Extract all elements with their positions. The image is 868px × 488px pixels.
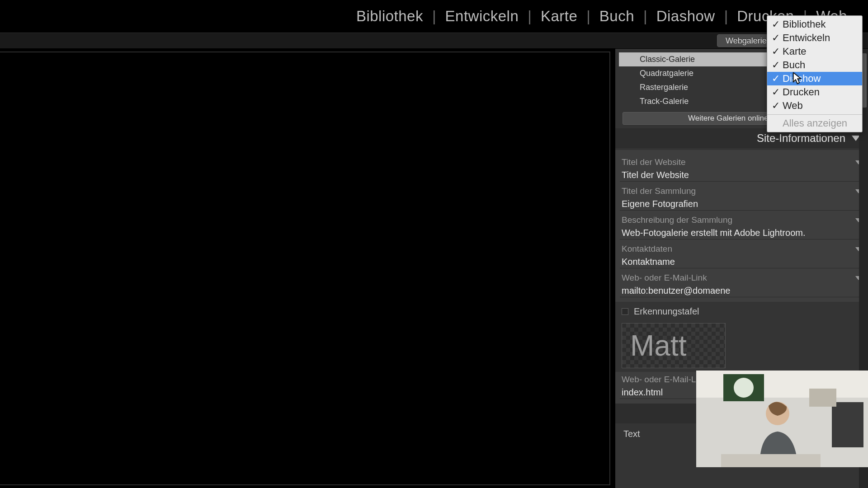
module-visibility-menu: ✓Bibliothek ✓Entwickeln ✓Karte ✓Buch ✓Di… <box>767 15 863 132</box>
check-icon: ✓ <box>772 19 779 30</box>
svg-rect-4 <box>832 402 863 447</box>
menu-item-entwickeln[interactable]: ✓Entwickeln <box>767 31 862 45</box>
section-site-info-title: Site-Informationen <box>757 132 845 145</box>
palette-text-label: Text <box>623 429 640 439</box>
svg-point-3 <box>734 378 754 398</box>
check-icon: ✓ <box>772 59 779 71</box>
link-field[interactable]: mailto:benutzer@domaene <box>620 285 863 297</box>
module-bar: Bibliothek| Entwickeln| Karte| Buch| Dia… <box>0 0 868 33</box>
preview-canvas <box>0 52 610 485</box>
module-entwickeln[interactable]: Entwickeln <box>443 8 522 25</box>
check-icon: ✓ <box>772 100 779 112</box>
module-karte[interactable]: Karte <box>538 8 580 25</box>
collection-desc-label: Beschreibung der Sammlung <box>622 215 732 225</box>
check-icon: ✓ <box>772 32 779 44</box>
menu-item-bibliothek[interactable]: ✓Bibliothek <box>767 18 862 31</box>
menu-item-buch[interactable]: ✓Buch <box>767 58 862 72</box>
menu-divider <box>767 114 862 115</box>
contact-field[interactable]: Kontaktname <box>620 256 863 268</box>
identity-plate-preview[interactable]: Matt <box>622 323 726 368</box>
identity-plate-checkbox[interactable] <box>622 308 628 315</box>
site-info-block: Titel der WebsiteTitel der Website Titel… <box>615 150 868 302</box>
link-label: Web- oder E-Mail-Link <box>622 273 707 283</box>
identity-plate-row: Erkennungstafel <box>615 302 868 317</box>
site-title-field[interactable]: Titel der Website <box>620 169 863 182</box>
collection-desc-field[interactable]: Web-Fotogalerie erstellt mit Adobe Light… <box>620 227 863 239</box>
svg-rect-7 <box>721 454 821 467</box>
site-title-label: Titel der Website <box>622 157 686 167</box>
action-strip: Webgalerie erstellen und speichern <box>0 33 868 49</box>
module-diashow[interactable]: Diashow <box>654 8 718 25</box>
identity-plate-label: Erkennungstafel <box>634 306 699 317</box>
svg-rect-5 <box>809 389 836 407</box>
menu-item-web[interactable]: ✓Web <box>767 99 862 113</box>
svg-rect-1 <box>696 371 868 398</box>
menu-item-karte[interactable]: ✓Karte <box>767 45 862 58</box>
collection-title-field[interactable]: Eigene Fotografien <box>620 198 863 211</box>
webcam-overlay <box>696 371 868 467</box>
check-icon: ✓ <box>772 73 779 84</box>
module-bibliothek[interactable]: Bibliothek <box>354 8 426 25</box>
check-icon: ✓ <box>772 46 779 57</box>
collection-title-label: Titel der Sammlung <box>622 186 696 196</box>
contact-label: Kontaktdaten <box>622 244 672 254</box>
menu-item-show-all[interactable]: Alles anzeigen <box>767 117 862 130</box>
menu-item-diashow[interactable]: ✓Diashow <box>767 72 862 85</box>
id-link-label: Web- oder E-Mail-Link <box>622 375 707 385</box>
check-icon: ✓ <box>772 86 779 98</box>
module-buch[interactable]: Buch <box>597 8 637 25</box>
menu-item-drucken[interactable]: ✓Drucken <box>767 85 862 99</box>
webcam-image <box>696 371 868 467</box>
